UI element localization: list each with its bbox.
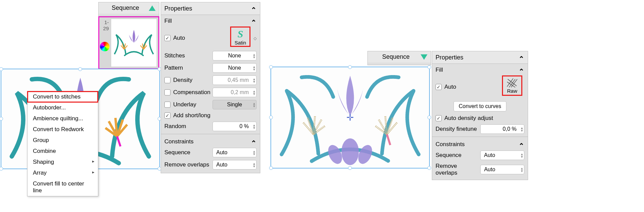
underlay-checkbox[interactable] (164, 102, 170, 108)
collapse-up-icon[interactable] (149, 5, 156, 11)
pattern-select[interactable]: None▴▾ (213, 63, 257, 73)
svg-point-20 (341, 138, 359, 165)
fill-type-selector[interactable]: S Satin (230, 26, 250, 47)
menu-convert-redwork[interactable]: Convert to Redwork (27, 124, 98, 135)
design-canvas-right[interactable]: ✛ (270, 67, 430, 169)
chevron-up-icon[interactable] (251, 17, 257, 25)
sequence-select[interactable]: Auto▴▾ (213, 148, 257, 157)
raw-icon (506, 78, 518, 88)
density-checkbox[interactable] (164, 77, 170, 83)
collapse-down-icon[interactable] (421, 54, 427, 60)
menu-combine[interactable]: Combine (27, 146, 98, 157)
selection-handle[interactable] (0, 167, 3, 171)
svg-line-19 (117, 136, 121, 146)
sequence-label: Sequence (436, 152, 462, 159)
shortlong-checkbox[interactable] (164, 112, 170, 119)
spinner-icon[interactable]: ◇ (254, 36, 257, 41)
stitches-row: Stitches None▴▾ (161, 50, 260, 62)
chevron-up-icon[interactable] (251, 4, 257, 13)
convert-to-curves-button[interactable]: Convert to curves (454, 101, 506, 111)
thumbnail-image (111, 19, 157, 67)
selection-handle[interactable] (427, 116, 431, 119)
selection-handle[interactable] (427, 65, 431, 69)
menu-autoborder[interactable]: Autoborder... (27, 102, 98, 113)
menu-shaping[interactable]: Shaping (27, 157, 98, 167)
sequence-panel-header-right[interactable]: Sequence (367, 51, 431, 65)
constraints-section-header[interactable]: Constraints (161, 136, 260, 146)
selection-handle[interactable] (78, 67, 82, 71)
density-label: Density (173, 77, 193, 84)
selection-handle[interactable] (427, 166, 431, 170)
chevron-up-icon[interactable] (519, 140, 524, 148)
sequence-row: Sequence Auto▴▾ (161, 146, 260, 159)
chevron-up-icon[interactable] (519, 53, 524, 61)
overlaps-row: Remove overlaps Auto▴▾ (161, 159, 260, 173)
sequence-thumbnail[interactable]: 1- 29 (98, 16, 159, 69)
pattern-row: Pattern None▴▾ (161, 62, 260, 74)
range-end: 29 (101, 25, 109, 31)
properties-header[interactable]: Properties (161, 2, 260, 15)
auto-checkbox[interactable] (164, 35, 170, 41)
auto-label: Auto (173, 35, 185, 41)
sequence-panel-header-left[interactable]: Sequence (98, 2, 159, 16)
satin-icon: S (238, 28, 243, 40)
stitches-label: Stitches (164, 52, 185, 59)
pattern-label: Pattern (164, 65, 183, 71)
compensation-input[interactable]: 0,2 mm▴▾ (213, 88, 257, 97)
underlay-label: Underlay (173, 101, 196, 108)
auto-label: Auto (444, 84, 456, 90)
random-input[interactable]: 0 %▴▾ (213, 122, 257, 131)
compensation-checkbox[interactable] (164, 89, 170, 95)
selection-handle[interactable] (269, 166, 273, 170)
overlaps-label: Remove overlaps (436, 163, 480, 176)
selection-handle[interactable] (348, 65, 352, 69)
underlay-select[interactable]: Single▴▾ (213, 100, 257, 109)
random-label: Random (164, 123, 186, 130)
constraints-section-header[interactable]: Constraints (432, 138, 528, 149)
color-wheel-icon[interactable] (100, 42, 109, 51)
compensation-row: Compensation 0,2 mm▴▾ (161, 86, 260, 99)
context-menu: Convert to stitches Autoborder... Ambien… (27, 91, 98, 196)
selection-handle[interactable] (269, 65, 273, 69)
chevron-up-icon[interactable] (251, 138, 257, 146)
selection-handle[interactable] (348, 166, 352, 170)
constraints-title: Constraints (436, 141, 465, 148)
fill-section-header[interactable]: Fill (432, 64, 528, 75)
sequence-label: Sequence (164, 149, 190, 156)
menu-array[interactable]: Array (27, 167, 98, 178)
menu-convert-to-stitches[interactable]: Convert to stitches (27, 91, 98, 102)
density-finetune-input[interactable]: 0,0 %▴▾ (480, 124, 524, 134)
fill-type-selector[interactable]: Raw (502, 75, 522, 96)
shortlong-label: Add short/long (173, 112, 210, 119)
overlaps-select[interactable]: Auto▴▾ (480, 165, 524, 174)
auto-density-checkbox[interactable] (436, 115, 442, 121)
density-finetune-label: Density finetune (436, 126, 477, 132)
chevron-up-icon[interactable] (519, 66, 524, 74)
properties-header[interactable]: Properties (432, 51, 528, 64)
menu-ambience-quilting[interactable]: Ambience quilting... (27, 113, 98, 124)
density-row: Density 0,45 mm▴▾ (161, 74, 260, 86)
menu-convert-fill-centerline[interactable]: Convert fill to center line (27, 178, 98, 196)
stitches-select[interactable]: None▴▾ (213, 51, 257, 60)
auto-checkbox[interactable] (436, 84, 442, 90)
underlay-row: Underlay Single▴▾ (161, 99, 260, 111)
range-start: 1- (101, 19, 109, 25)
sequence-title: Sequence (102, 4, 149, 12)
compensation-label: Compensation (173, 89, 210, 96)
density-input[interactable]: 0,45 mm▴▾ (213, 75, 257, 85)
properties-title: Properties (164, 5, 192, 12)
selection-handle[interactable] (269, 116, 273, 119)
fill-title: Fill (436, 67, 443, 73)
svg-line-33 (387, 134, 390, 145)
sequence-select[interactable]: Auto▴▾ (480, 151, 524, 160)
properties-panel-right: Properties Fill Auto Raw Convert to curv… (432, 51, 528, 180)
menu-group[interactable]: Group (27, 135, 98, 146)
fill-title: Fill (164, 18, 172, 24)
overlaps-select[interactable]: Auto▴▾ (213, 160, 257, 170)
fill-section-header[interactable]: Fill (161, 15, 260, 26)
constraints-title: Constraints (164, 138, 194, 145)
properties-title: Properties (436, 54, 463, 61)
random-row: Random 0 %▴▾ (161, 120, 260, 132)
properties-panel-left: Properties Fill Auto S Satin ◇ Stitches … (161, 2, 260, 173)
overlaps-label: Remove overlaps (164, 161, 209, 168)
